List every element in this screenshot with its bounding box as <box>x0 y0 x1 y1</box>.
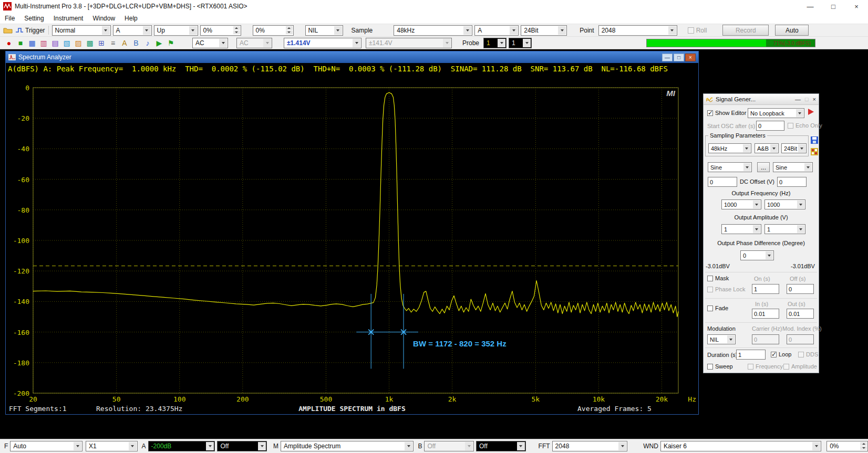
data-logger-icon[interactable]: ▨ <box>73 38 84 48</box>
menu-item-help[interactable]: Help <box>120 13 142 24</box>
sg-channels-select[interactable]: A&B <box>755 143 779 153</box>
bit-depth-select[interactable]: 24Bit <box>521 25 567 36</box>
coupling-b-select[interactable]: AC <box>236 38 272 48</box>
menu-item-file[interactable]: File <box>0 13 19 24</box>
auto-button[interactable]: Auto <box>775 25 809 36</box>
view-mode-select[interactable]: Amplitude Spectrum <box>281 441 414 451</box>
record-button[interactable]: Record <box>722 25 769 36</box>
trigger-source-select[interactable]: A <box>113 25 152 36</box>
loopback-select[interactable]: No Loopback <box>748 108 804 118</box>
frequency-b-select[interactable]: 1000 <box>764 199 805 209</box>
spin-down-icon[interactable] <box>233 30 240 34</box>
spin-down-icon[interactable] <box>860 446 867 450</box>
fade-out-input[interactable]: 0.01 <box>787 309 814 319</box>
sweep-checkbox[interactable]: Sweep <box>707 363 733 370</box>
close-icon[interactable]: × <box>813 96 816 102</box>
show-editor-checkbox[interactable]: Show Editor <box>707 110 746 116</box>
record-length-select[interactable]: 2048 <box>598 25 677 36</box>
modulation-type-select[interactable]: NIL <box>707 334 736 344</box>
spin-up-icon[interactable] <box>233 26 240 30</box>
minimize-icon[interactable]: — <box>795 96 801 102</box>
generator-start-icon[interactable] <box>808 109 814 115</box>
phase-spinner[interactable] <box>810 250 816 260</box>
range-b-select[interactable]: ±141.4V <box>366 38 452 48</box>
speaker-icon[interactable]: ♪ <box>142 38 153 48</box>
minimize-icon[interactable]: — <box>662 54 673 61</box>
derived-data-icon[interactable]: ⊞ <box>96 38 107 48</box>
dc-offset-b-input[interactable]: 0 <box>777 177 807 187</box>
amplitude-a-select[interactable]: 1 <box>721 224 761 234</box>
signal-generator-titlebar[interactable]: Signal Gener... — □ × <box>704 94 819 105</box>
font-a-icon[interactable]: A <box>119 38 130 48</box>
spectrum-titlebar[interactable]: Spectrum Analyzer — □ × <box>6 51 698 63</box>
spin-up-icon[interactable] <box>860 442 867 446</box>
probe-a-select[interactable]: 1 <box>483 38 507 48</box>
pan-icon[interactable]: ⚑ <box>165 38 177 48</box>
close-icon[interactable]: × <box>845 0 868 13</box>
spectrum-analyzer-icon[interactable]: ▥ <box>38 38 49 48</box>
trigger-level-spinner[interactable]: 0% <box>200 25 241 36</box>
b-display-mode-select[interactable]: Off <box>476 441 526 451</box>
roll-checkbox[interactable]: Roll <box>688 27 707 34</box>
range-a-select[interactable]: ±1.414V <box>284 38 361 48</box>
sg-bits-select[interactable]: 24Bit <box>781 143 807 153</box>
range-a-display-select[interactable]: -200dB <box>148 441 215 451</box>
window-function-select[interactable]: Kaiser 6 <box>660 441 821 451</box>
sampling-channel-select[interactable]: A <box>474 25 519 36</box>
close-icon[interactable]: × <box>685 54 696 61</box>
fft-size-select[interactable]: 2048 <box>552 441 628 451</box>
mask-off-input[interactable]: 0 <box>787 284 814 294</box>
menu-item-window[interactable]: Window <box>88 13 120 24</box>
oscilloscope-icon[interactable]: ▦ <box>26 38 38 48</box>
title-bar[interactable]: Multi-Instrument Pro 3.8 - [+3DP+DLG+LCR… <box>0 0 868 13</box>
stop-icon[interactable]: ■ <box>15 38 26 48</box>
more-waveform-button[interactable]: ... <box>757 162 770 172</box>
mask-on-input[interactable]: 1 <box>752 284 779 294</box>
waveform-a-select[interactable]: Sine <box>708 162 752 172</box>
restore-icon[interactable]: □ <box>674 54 684 61</box>
trigger-delay-spinner[interactable]: 0% <box>253 25 294 36</box>
minimize-icon[interactable]: — <box>799 0 822 13</box>
save-icon[interactable] <box>811 136 818 145</box>
font-b-icon[interactable]: B <box>130 38 142 48</box>
echo-only-checkbox[interactable]: Echo Only <box>788 122 822 129</box>
spectrum-plot[interactable]: 20501002005001k2k5k10k20k0-20-40-60-80-1… <box>6 75 698 404</box>
coupling-a-select[interactable]: AC <box>192 38 228 48</box>
dc-offset-spinner[interactable] <box>810 177 816 187</box>
waveform-b-select[interactable]: Sine <box>773 162 813 172</box>
start-osc-input[interactable]: 0 <box>756 121 784 131</box>
probe-b-select[interactable]: 1 <box>509 38 532 48</box>
frequency-a-select[interactable]: 1000 <box>721 199 761 209</box>
menu-item-instrument[interactable]: Instrument <box>49 13 88 24</box>
spin-down-icon[interactable] <box>286 30 293 34</box>
play-icon[interactable]: ▶ <box>153 38 165 48</box>
carrier-input[interactable]: 0 <box>752 334 779 344</box>
maximize-icon[interactable]: □ <box>805 96 809 102</box>
range-b-display-select[interactable]: Off <box>424 441 474 451</box>
maximize-icon[interactable]: □ <box>822 0 845 13</box>
sg-rate-select[interactable]: 48kHz <box>708 143 751 153</box>
duration-input[interactable]: 1 <box>736 350 766 360</box>
sweep-frequency-checkbox[interactable]: Frequency <box>748 363 783 370</box>
open-file-icon[interactable] <box>2 25 14 36</box>
mask-checkbox[interactable]: Mask <box>707 275 729 281</box>
dds-checkbox[interactable]: DDS <box>798 351 818 357</box>
amplitude-b-select[interactable]: 1 <box>764 224 805 234</box>
record-icon[interactable]: ● <box>3 38 15 48</box>
hot-panel-icon[interactable] <box>811 148 818 156</box>
phase-difference-select[interactable]: 0 <box>740 250 774 260</box>
sampling-rate-select[interactable]: 48kHz <box>394 25 472 36</box>
hpf-select[interactable]: NIL <box>305 25 343 36</box>
phase-lock-checkbox[interactable]: Phase Lock <box>707 286 745 292</box>
spin-up-icon[interactable] <box>286 26 293 30</box>
dc-offset-a-input[interactable]: 0 <box>708 177 737 187</box>
overlap-spinner[interactable]: 0% <box>826 441 868 451</box>
mod-index-input[interactable]: 0 <box>787 334 814 344</box>
print-icon[interactable]: ≡ <box>107 38 119 48</box>
menu-item-setting[interactable]: Setting <box>19 13 48 24</box>
sweep-amplitude-checkbox[interactable]: Amplitude <box>783 363 817 370</box>
fade-checkbox[interactable]: Fade <box>707 305 728 311</box>
lcr-meter-icon[interactable]: ▩ <box>84 38 96 48</box>
multimeter-icon[interactable]: ▤ <box>49 38 61 48</box>
trigger-mode-select[interactable]: Normal <box>52 25 111 36</box>
